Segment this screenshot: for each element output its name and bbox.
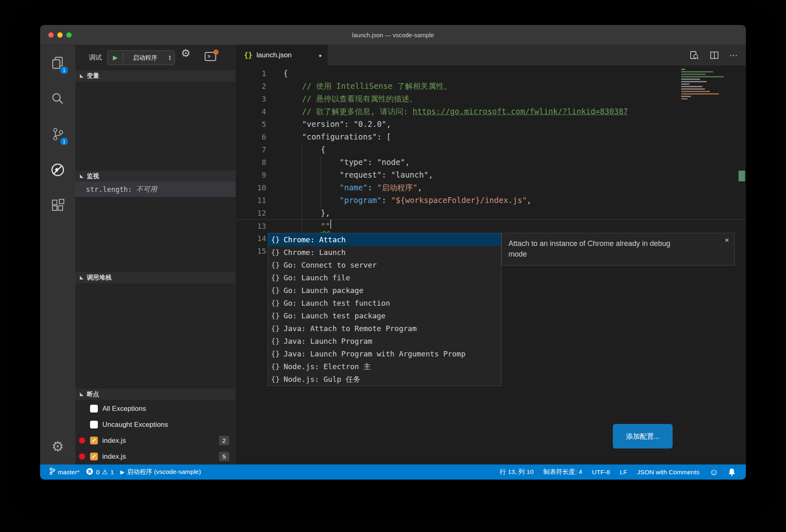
breakpoint-file-row[interactable]: ✓index.js2 bbox=[75, 433, 236, 449]
activity-explorer[interactable]: 1 bbox=[40, 45, 75, 81]
code-line[interactable]: 10 "name": "启动程序", bbox=[236, 181, 746, 194]
suggest-item-label: Java: Launch Program bbox=[284, 337, 373, 345]
code-line[interactable]: 11 "program": "${workspaceFolder}/index.… bbox=[236, 194, 746, 207]
line-number[interactable]: 10 bbox=[236, 181, 266, 194]
code-line[interactable]: 7 { bbox=[236, 143, 746, 156]
suggest-item[interactable]: {}Go: Connect to server bbox=[268, 259, 501, 271]
settings-gear-icon[interactable]: ⚙ bbox=[52, 434, 64, 459]
breakpoint-file-name: index.js bbox=[102, 453, 126, 461]
line-number[interactable]: 14 bbox=[236, 232, 266, 245]
line-number[interactable]: 13 bbox=[236, 220, 266, 232]
breakpoint-uncaught-exceptions[interactable]: Uncaught Exceptions bbox=[75, 417, 236, 433]
suggest-details-panel: Attach to an instance of Chrome already … bbox=[501, 233, 735, 266]
suggest-item[interactable]: {}Go: Launch test package bbox=[268, 309, 501, 322]
suggest-item[interactable]: {}Java: Attach to Remote Program bbox=[268, 322, 501, 335]
section-watch[interactable]: 监视 bbox=[75, 171, 236, 182]
minimize-window-button[interactable] bbox=[57, 32, 63, 38]
dirty-indicator-icon[interactable]: ● bbox=[318, 52, 322, 59]
close-window-button[interactable] bbox=[48, 32, 54, 38]
line-number[interactable]: 1 bbox=[236, 67, 266, 80]
extensions-icon bbox=[51, 199, 64, 212]
code-line[interactable]: 3 // 悬停以查看现有属性的描述。 bbox=[236, 92, 746, 105]
checkbox-unchecked[interactable] bbox=[90, 405, 98, 413]
line-number[interactable]: 9 bbox=[236, 169, 266, 181]
code-line[interactable]: 8 "type": "node", bbox=[236, 156, 746, 169]
code-line[interactable]: 2 // 使用 IntelliSense 了解相关属性。 bbox=[236, 80, 746, 92]
line-number[interactable]: 11 bbox=[236, 194, 266, 207]
code-line[interactable]: 1{ bbox=[236, 67, 746, 80]
checkbox-checked[interactable]: ✓ bbox=[90, 453, 98, 460]
debug-console-toggle[interactable]: > bbox=[205, 52, 217, 62]
activity-search[interactable] bbox=[40, 81, 75, 116]
breakpoint-line-badge: 5 bbox=[219, 452, 229, 461]
tab-launch-json[interactable]: {} launch.json ● bbox=[236, 45, 328, 65]
cursor-position-status[interactable]: 行 13, 列 10 bbox=[495, 464, 539, 480]
code-line[interactable]: 13 "" bbox=[236, 219, 746, 232]
line-number[interactable]: 8 bbox=[236, 156, 266, 169]
branch-icon bbox=[49, 467, 55, 477]
suggest-item-label: Chrome: Launch bbox=[284, 248, 346, 257]
code-token: { bbox=[283, 67, 288, 80]
run-status[interactable]: ▶ 启动程序 (vscode-sample) bbox=[117, 464, 204, 480]
maximize-window-button[interactable] bbox=[66, 32, 72, 38]
debug-configuration-select[interactable]: ▶ 启动程序 ▲▼ bbox=[107, 50, 175, 65]
problems-status[interactable]: 0 ⚠ 1 bbox=[83, 464, 117, 480]
line-number[interactable]: 15 bbox=[236, 245, 266, 257]
git-branch-status[interactable]: master* bbox=[46, 464, 83, 480]
suggest-item-label: Go: Launch file bbox=[284, 273, 350, 282]
feedback-smiley-icon[interactable]: ☺ bbox=[705, 464, 723, 480]
activity-debug[interactable] bbox=[40, 152, 75, 187]
suggest-item-label: Go: Launch test package bbox=[284, 311, 386, 320]
snippet-icon: {} bbox=[271, 324, 280, 333]
code-token: { bbox=[283, 143, 325, 156]
close-icon[interactable]: × bbox=[725, 236, 729, 245]
language-mode-status[interactable]: JSON with Comments bbox=[632, 464, 704, 480]
section-variables[interactable]: 变量 bbox=[75, 70, 236, 81]
encoding-status[interactable]: UTF-8 bbox=[587, 464, 615, 480]
breakpoints-list: All Exceptions Uncaught Exceptions ✓inde… bbox=[75, 401, 236, 464]
checkbox-unchecked[interactable] bbox=[90, 421, 98, 428]
add-configuration-button[interactable]: 添加配置... bbox=[613, 424, 673, 449]
open-preview-icon[interactable] bbox=[689, 50, 699, 60]
section-breakpoints[interactable]: 断点 bbox=[75, 389, 236, 400]
line-number[interactable]: 6 bbox=[236, 131, 266, 143]
watch-expression-row[interactable]: str.length: 不可用 bbox=[75, 182, 236, 197]
code-line[interactable]: 4 // 欲了解更多信息, 请访问: https://go.microsoft.… bbox=[236, 105, 746, 118]
suggest-item[interactable]: {}Chrome: Launch bbox=[268, 246, 501, 259]
line-number[interactable]: 3 bbox=[236, 92, 266, 105]
start-debugging-button[interactable]: ▶ bbox=[108, 53, 123, 63]
checkbox-checked[interactable]: ✓ bbox=[90, 437, 98, 444]
section-call-stack[interactable]: 调用堆栈 bbox=[75, 272, 236, 283]
suggest-item[interactable]: {}Java: Launch Program bbox=[268, 335, 501, 347]
suggest-item[interactable]: {}Chrome: Attach bbox=[268, 233, 501, 246]
code-line[interactable]: 5 "version": "0.2.0", bbox=[236, 118, 746, 131]
line-number[interactable]: 4 bbox=[236, 105, 266, 118]
line-number[interactable]: 12 bbox=[236, 207, 266, 219]
notifications-bell-icon[interactable] bbox=[723, 464, 740, 480]
line-number[interactable]: 7 bbox=[236, 143, 266, 156]
suggest-item[interactable]: {}Node.js: Electron 主 bbox=[268, 360, 501, 373]
minimap[interactable] bbox=[681, 69, 734, 103]
code-line[interactable]: 6 "configurations": [ bbox=[236, 131, 746, 143]
split-editor-icon[interactable] bbox=[710, 51, 719, 60]
configure-gear-icon[interactable]: ⚙ bbox=[181, 47, 190, 60]
suggest-item[interactable]: {}Go: Launch package bbox=[268, 284, 501, 297]
more-actions-icon[interactable]: ⋯ bbox=[730, 50, 739, 60]
suggest-item[interactable]: {}Node.js: Gulp 任务 bbox=[268, 373, 501, 385]
line-number[interactable]: 2 bbox=[236, 80, 266, 92]
snippet-icon: {} bbox=[271, 299, 280, 307]
code-token: : bbox=[368, 181, 377, 194]
activity-extensions[interactable] bbox=[40, 187, 75, 223]
breakpoint-file-row[interactable]: ✓index.js5 bbox=[75, 449, 236, 464]
suggest-item[interactable]: {}Java: Launch Program with Arguments Pr… bbox=[268, 347, 501, 360]
code-line[interactable]: 9 "request": "launch", bbox=[236, 169, 746, 181]
line-number[interactable]: 5 bbox=[236, 118, 266, 131]
activity-source-control[interactable]: 1 bbox=[40, 116, 75, 152]
suggest-item[interactable]: {}Go: Launch file bbox=[268, 271, 501, 284]
code-token: https://go.microsoft.com/fwlink/?linkid=… bbox=[413, 105, 628, 118]
code-line[interactable]: 12 }, bbox=[236, 207, 746, 219]
suggest-item[interactable]: {}Go: Launch test function bbox=[268, 297, 501, 309]
eol-status[interactable]: LF bbox=[615, 464, 632, 480]
indentation-status[interactable]: 制表符长度: 4 bbox=[538, 464, 587, 480]
breakpoint-all-exceptions[interactable]: All Exceptions bbox=[75, 401, 236, 417]
